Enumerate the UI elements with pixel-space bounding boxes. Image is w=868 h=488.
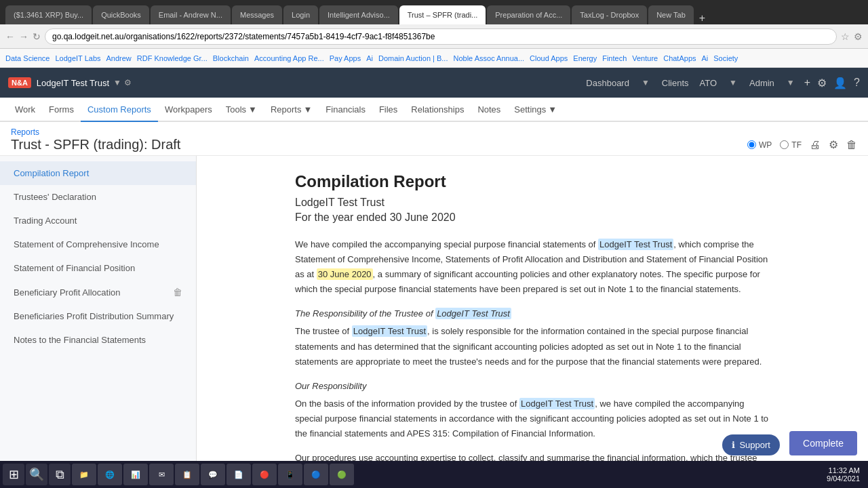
taskbar-app8[interactable]: 🔴 <box>252 464 277 466</box>
browser-tab-10[interactable]: New Tab <box>648 5 694 24</box>
bookmark-15[interactable]: ChatApps <box>663 54 696 62</box>
gear-icon[interactable]: ⚙ <box>829 138 838 151</box>
browser-tab-8[interactable]: Preparation of Acc... <box>487 5 570 24</box>
taskbar-excel[interactable]: 📊 <box>123 464 148 466</box>
bookmark-star[interactable]: ☆ <box>841 31 850 42</box>
nav-admin[interactable]: Admin <box>749 78 774 88</box>
support-button[interactable]: ℹ Support <box>722 434 780 455</box>
bookmark-1[interactable]: Data Science <box>5 54 50 62</box>
refresh-btn[interactable]: ↻ <box>33 31 41 42</box>
extensions-btn[interactable]: ⚙ <box>854 31 863 42</box>
back-btn[interactable]: ← <box>5 31 15 42</box>
subnav-custom-reports[interactable]: Custom Reports <box>81 98 158 122</box>
taskbar-mail[interactable]: ✉ <box>149 464 174 466</box>
bookmark-9[interactable]: Domain Auction | B... <box>378 54 448 62</box>
subnav-settings[interactable]: Settings ▼ <box>507 98 564 122</box>
browser-tab-6[interactable]: Intelligent Adviso... <box>319 5 398 24</box>
taskbar-chrome[interactable]: 🌐 <box>98 464 122 466</box>
bookmark-8[interactable]: Ai <box>366 54 373 62</box>
taskbar-app10[interactable]: 🔵 <box>304 464 328 466</box>
browser-tab-4[interactable]: Messages <box>232 5 282 24</box>
taskbar-app11[interactable]: 🟢 <box>330 464 354 466</box>
sidebar-item-trustees[interactable]: Trustees' Declaration <box>0 185 196 209</box>
radio-wp[interactable]: WP <box>747 140 772 150</box>
taskbar-app5[interactable]: 📋 <box>175 464 199 466</box>
help-btn[interactable]: ? <box>854 77 860 89</box>
org-dropdown-icon[interactable]: ▼ <box>113 78 121 87</box>
sidebar-item-compilation[interactable]: Compilation Report <box>0 161 196 185</box>
bookmark-13[interactable]: Fintech <box>602 54 627 62</box>
radio-tf-input[interactable] <box>780 140 789 149</box>
settings-dropdown[interactable]: Settings ▼ <box>514 104 557 115</box>
bookmark-16[interactable]: Ai <box>702 54 709 62</box>
bookmark-11[interactable]: Cloud Apps <box>530 54 568 62</box>
subnav-workpapers[interactable]: Workpapers <box>158 98 219 122</box>
user-btn[interactable]: 👤 <box>833 77 847 89</box>
org-settings-icon[interactable]: ⚙ <box>124 78 132 87</box>
bookmark-5[interactable]: Blockchain <box>213 54 249 62</box>
bookmark-3[interactable]: Andrew <box>106 54 132 62</box>
bookmark-6[interactable]: Accounting App Re... <box>254 54 324 62</box>
nav-clients[interactable]: Clients <box>662 78 689 88</box>
subnav-relationships[interactable]: Relationships <box>404 98 471 122</box>
ato-dropdown[interactable]: ▼ <box>729 78 737 87</box>
sub-nav: Work Forms Custom Reports Workpapers Too… <box>0 98 868 122</box>
sidebar-item-financial-position[interactable]: Statement of Financial Position <box>0 256 196 280</box>
browser-tab-1[interactable]: ($1.3461 XRP) Buy... <box>5 5 92 24</box>
radio-wp-input[interactable] <box>747 140 756 149</box>
support-label: Support <box>739 440 770 450</box>
sidebar: Compilation Report Trustees' Declaration… <box>0 156 197 466</box>
subnav-reports[interactable]: Reports ▼ <box>264 98 319 122</box>
complete-button[interactable]: Complete <box>789 431 857 455</box>
address-bar[interactable] <box>45 28 837 45</box>
bookmark-2[interactable]: LodgeIT Labs <box>55 54 100 62</box>
bookmark-12[interactable]: Energy <box>573 54 597 62</box>
dashboard-dropdown[interactable]: ▼ <box>642 78 650 87</box>
sidebar-item-notes[interactable]: Notes to the Financial Statements <box>0 328 196 352</box>
subnav-notes[interactable]: Notes <box>471 98 507 122</box>
nav-ato[interactable]: ATO <box>700 78 717 88</box>
start-btn[interactable]: ⊞ <box>3 464 24 466</box>
browser-tab-3[interactable]: Email - Andrew N... <box>151 5 231 24</box>
bookmark-14[interactable]: Venture <box>632 54 658 62</box>
nav-dashboard[interactable]: Dashboard <box>586 78 629 88</box>
sidebar-item-trading[interactable]: Trading Account <box>0 209 196 232</box>
settings-btn[interactable]: ⚙ <box>817 77 827 89</box>
taskbar-app6[interactable]: 💬 <box>201 464 225 466</box>
subnav-financials[interactable]: Financials <box>319 98 372 122</box>
admin-dropdown[interactable]: ▼ <box>787 78 795 87</box>
subnav-tools[interactable]: Tools ▼ <box>219 98 264 122</box>
subnav-forms[interactable]: Forms <box>42 98 81 122</box>
browser-tab-5[interactable]: Login <box>283 5 318 24</box>
bookmark-10[interactable]: Noble Assoc Annua... <box>453 54 524 62</box>
task-view-btn[interactable]: ⧉ <box>49 464 71 466</box>
bookmark-17[interactable]: Society <box>713 54 738 62</box>
browser-tab-2[interactable]: QuickBooks <box>93 5 149 24</box>
bookmark-7[interactable]: Pay Apps <box>330 54 361 62</box>
sidebar-label-comprehensive: Statement of Comprehensive Income <box>14 239 159 249</box>
delete-beneficiary-icon[interactable]: 🗑 <box>173 287 182 298</box>
browser-tab-9[interactable]: TaxLog - Dropbox <box>572 5 647 24</box>
sidebar-item-distribution[interactable]: Beneficiaries Profit Distribution Summar… <box>0 304 196 328</box>
print-icon[interactable]: 🖨 <box>810 139 821 151</box>
subnav-work[interactable]: Work <box>8 98 42 122</box>
reports-dropdown[interactable]: Reports ▼ <box>271 104 312 115</box>
breadcrumb[interactable]: Reports <box>11 127 857 137</box>
new-tab-btn[interactable]: + <box>699 12 705 24</box>
radio-tf[interactable]: TF <box>780 140 802 150</box>
subnav-files[interactable]: Files <box>372 98 404 122</box>
bookmark-4[interactable]: RDF Knowledge Gr... <box>137 54 208 62</box>
taskbar-file-explorer[interactable]: 📁 <box>72 464 96 466</box>
add-btn[interactable]: + <box>804 77 810 89</box>
taskbar-app7[interactable]: 📄 <box>226 464 251 466</box>
forward-btn[interactable]: → <box>19 31 28 42</box>
search-taskbar-btn[interactable]: 🔍 <box>26 464 47 466</box>
sidebar-item-comprehensive[interactable]: Statement of Comprehensive Income <box>0 232 196 256</box>
browser-tab-7[interactable]: Trust – SPFR (tradi... <box>399 5 486 24</box>
trash-icon[interactable]: 🗑 <box>846 139 857 151</box>
highlight-lodgeit-1: LodgeIT Test Trust <box>598 239 673 250</box>
report-paragraph-1: We have compiled the accompanying specia… <box>295 237 770 297</box>
taskbar-app9[interactable]: 📱 <box>278 464 302 466</box>
sidebar-item-beneficiary[interactable]: Beneficiary Profit Allocation 🗑 <box>0 280 196 304</box>
tools-dropdown[interactable]: Tools ▼ <box>226 104 257 115</box>
